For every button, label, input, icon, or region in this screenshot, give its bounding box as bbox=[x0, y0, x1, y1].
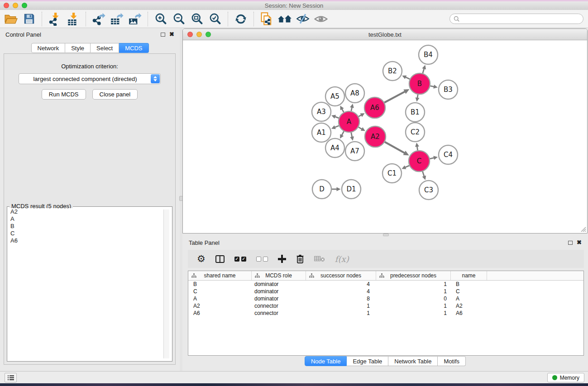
delete-column-button[interactable] bbox=[296, 254, 304, 263]
graph-edge[interactable] bbox=[384, 91, 405, 102]
open-session-button[interactable] bbox=[2, 11, 20, 27]
graph-edge-arrow bbox=[337, 187, 341, 191]
table-settings-button[interactable]: ⚙ bbox=[197, 254, 206, 263]
graph-edge[interactable] bbox=[335, 126, 339, 128]
column-header-shared-name[interactable]: shared name bbox=[188, 271, 252, 280]
graph-edge[interactable] bbox=[406, 77, 410, 79]
graph-edge[interactable] bbox=[405, 166, 409, 167]
graph-edge[interactable] bbox=[385, 142, 405, 153]
graph-edge[interactable] bbox=[430, 158, 434, 159]
float-panel-icon[interactable] bbox=[568, 241, 573, 245]
zoom-fit-button[interactable] bbox=[188, 11, 206, 27]
tab-node-table[interactable]: Node Table bbox=[305, 356, 347, 366]
graph-node-label: B4 bbox=[424, 51, 433, 59]
graph-edge[interactable] bbox=[342, 131, 344, 135]
column-header-name[interactable]: name bbox=[451, 271, 487, 280]
column-header-successor-nodes[interactable]: successor nodes bbox=[306, 271, 376, 280]
resize-grip-icon[interactable] bbox=[580, 226, 586, 232]
export-image-button[interactable] bbox=[126, 11, 144, 27]
network-window-titlebar[interactable]: testGlobe.txt bbox=[183, 29, 587, 40]
graph-edge-arrow bbox=[422, 65, 426, 70]
list-item[interactable]: A bbox=[9, 215, 171, 223]
tab-network[interactable]: Network bbox=[31, 43, 65, 53]
minimize-window-button[interactable] bbox=[13, 3, 18, 8]
table-row[interactable]: A6connector 11 A6 bbox=[188, 310, 583, 317]
refresh-button[interactable] bbox=[232, 11, 250, 27]
search-input[interactable] bbox=[462, 15, 579, 22]
export-network-button[interactable] bbox=[90, 11, 108, 27]
select-all-button[interactable]: ✓ ✓ bbox=[234, 257, 246, 262]
import-table-button[interactable] bbox=[64, 11, 82, 27]
zoom-window-button[interactable] bbox=[22, 3, 27, 8]
tab-network-table[interactable]: Network Table bbox=[388, 356, 438, 366]
close-panel-icon[interactable]: ✖ bbox=[577, 240, 582, 245]
float-panel-icon[interactable] bbox=[161, 33, 165, 37]
close-panel-button[interactable]: Close panel bbox=[92, 89, 138, 100]
scrollbar-track[interactable] bbox=[163, 210, 169, 358]
zoom-selected-button[interactable] bbox=[206, 11, 224, 27]
close-view-button[interactable] bbox=[187, 32, 193, 37]
graph-edge[interactable] bbox=[422, 172, 424, 176]
network-canvas[interactable]: B4B2BB3A5A8A6A3AB1A1A2C2A4A7C4CC1C3DD1 bbox=[183, 41, 587, 233]
graph-edge[interactable] bbox=[335, 117, 339, 118]
minimize-view-button[interactable] bbox=[196, 32, 202, 37]
window-controls[interactable] bbox=[4, 3, 27, 8]
show-all-button[interactable] bbox=[312, 11, 330, 27]
table-row[interactable]: A2connector 11 A2 bbox=[188, 302, 583, 310]
tab-style[interactable]: Style bbox=[65, 43, 91, 53]
app-titlebar: Session: New Session bbox=[0, 1, 588, 10]
main-toolbar bbox=[0, 10, 588, 28]
network-graph[interactable]: B4B2BB3A5A8A6A3AB1A1A2C2A4A7C4CC1C3DD1 bbox=[183, 41, 587, 234]
table-row[interactable]: Adominator 80 A bbox=[188, 295, 583, 302]
list-item[interactable]: C bbox=[9, 230, 171, 237]
close-window-button[interactable] bbox=[4, 3, 9, 8]
graph-edge[interactable] bbox=[359, 115, 361, 117]
table-row[interactable]: Bdominator 41 B bbox=[188, 281, 583, 288]
tab-motifs[interactable]: Motifs bbox=[438, 356, 466, 366]
list-item[interactable]: A6 bbox=[9, 237, 171, 244]
hide-selected-button[interactable] bbox=[294, 11, 312, 27]
save-session-button[interactable] bbox=[20, 11, 38, 27]
first-neighbors-button[interactable] bbox=[276, 11, 294, 27]
function-builder-button[interactable]: f(x) bbox=[335, 254, 349, 264]
column-header-predecessor-nodes[interactable]: predecessor nodes bbox=[376, 271, 451, 280]
maximize-view-button[interactable] bbox=[206, 32, 211, 37]
unchecked-box-icon bbox=[263, 257, 268, 262]
export-table-button[interactable] bbox=[108, 11, 126, 27]
save-floppy-icon bbox=[23, 13, 35, 25]
split-panel-button[interactable] bbox=[215, 255, 225, 263]
close-panel-icon[interactable]: ✖ bbox=[169, 32, 174, 37]
search-box[interactable] bbox=[449, 14, 583, 24]
criterion-select[interactable]: largest connected component (directed) bbox=[19, 73, 161, 84]
node-table[interactable]: shared name MCDS role successor nodes bbox=[188, 271, 584, 356]
deselect-all-button[interactable] bbox=[256, 257, 268, 262]
graph-edge[interactable] bbox=[351, 107, 352, 111]
zoom-out-button[interactable] bbox=[170, 11, 188, 27]
graph-edge[interactable] bbox=[423, 68, 424, 73]
graph-edge[interactable] bbox=[417, 95, 418, 98]
mcds-result-list[interactable]: A2 A B C A6 bbox=[9, 208, 171, 360]
table-row[interactable]: Cdominator 41 C bbox=[188, 288, 583, 295]
add-column-button[interactable] bbox=[278, 255, 286, 263]
tab-select[interactable]: Select bbox=[91, 43, 119, 53]
tab-edge-table[interactable]: Edge Table bbox=[347, 356, 388, 366]
destroy-table-button[interactable] bbox=[314, 256, 325, 262]
zoom-in-button[interactable] bbox=[152, 11, 170, 27]
graph-edge[interactable] bbox=[430, 86, 435, 87]
import-network-button[interactable] bbox=[46, 11, 64, 27]
list-item[interactable]: A2 bbox=[9, 208, 171, 215]
graph-edge[interactable] bbox=[417, 146, 417, 150]
app-title: Session: New Session bbox=[0, 2, 588, 9]
new-network-from-selection-button[interactable] bbox=[258, 11, 276, 27]
graph-node-label: A2 bbox=[371, 133, 380, 141]
graph-edge[interactable] bbox=[351, 133, 352, 138]
task-history-button[interactable] bbox=[5, 373, 17, 382]
graph-edge[interactable] bbox=[342, 109, 344, 112]
graph-edge[interactable] bbox=[359, 127, 362, 129]
column-header-mcds-role[interactable]: MCDS role bbox=[252, 271, 306, 280]
list-item[interactable]: B bbox=[9, 223, 171, 230]
graph-edge-arrow bbox=[350, 104, 354, 108]
memory-button[interactable]: Memory bbox=[547, 373, 584, 382]
tab-mcds[interactable]: MCDS bbox=[119, 43, 148, 53]
run-mcds-button[interactable]: Run MCDS bbox=[42, 89, 86, 100]
